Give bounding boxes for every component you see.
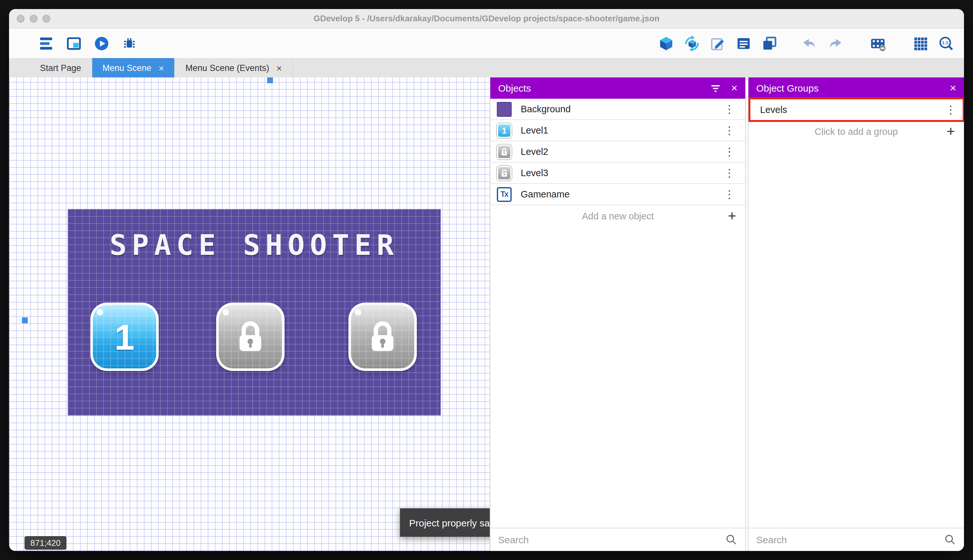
lock-object-icon	[497, 144, 511, 159]
filter-icon[interactable]	[709, 82, 722, 95]
save-toast: Project properly saved	[400, 508, 490, 537]
object-name: Level3	[521, 168, 711, 178]
group-name: Levels	[760, 105, 941, 115]
scene-level3-button-object[interactable]	[348, 303, 417, 371]
groups-search-input[interactable]	[756, 534, 939, 545]
maximize-window-icon[interactable]	[43, 15, 50, 22]
close-tab-icon[interactable]: ×	[276, 63, 282, 73]
add-group-label: Click to add a group	[815, 127, 898, 137]
minimize-window-icon[interactable]	[30, 15, 37, 22]
mask-instances-icon[interactable]	[869, 35, 886, 52]
search-icon	[725, 533, 738, 546]
scene-level2-button-object[interactable]	[216, 303, 285, 371]
gdevelop-window: GDevelop 5 - /Users/dkarakay/Documents/G…	[9, 9, 964, 551]
object-name: Background	[521, 104, 711, 114]
close-panel-icon[interactable]: ×	[950, 82, 956, 95]
preview-window-icon[interactable]	[65, 35, 83, 52]
export-cube-icon[interactable]	[658, 35, 675, 52]
object-groups-panel-header: Object Groups ×	[748, 77, 964, 99]
close-panel-icon[interactable]: ×	[731, 82, 738, 95]
text-object-icon: Tx	[497, 187, 511, 202]
redo-icon[interactable]	[826, 35, 844, 52]
tab-menu-scene-events[interactable]: Menu Scene (Events) ×	[175, 58, 293, 77]
object-menu-icon[interactable]: ⋮	[720, 123, 739, 137]
tab-label: Start Page	[40, 63, 81, 73]
tab-label: Menu Scene (Events)	[185, 63, 269, 73]
project-manager-icon[interactable]	[37, 35, 55, 52]
lock-object-icon	[497, 165, 511, 180]
scene-editor-canvas[interactable]: SPACE SHOOTER 1	[9, 77, 490, 551]
scene-background-object[interactable]: SPACE SHOOTER 1	[68, 209, 441, 415]
object-name: Gamename	[521, 189, 711, 199]
sparkle-icon	[355, 309, 362, 315]
object-row-gamename[interactable]: Tx Gamename ⋮	[490, 184, 745, 205]
close-window-icon[interactable]	[17, 15, 25, 22]
object-row-level1[interactable]: 1 Level1 ⋮	[490, 120, 745, 141]
play-preview-icon[interactable]	[93, 35, 110, 52]
zoom-1-1-icon[interactable]: 1:1	[938, 35, 955, 52]
scene-handle-top[interactable]	[267, 77, 273, 83]
grid-icon[interactable]	[912, 35, 929, 52]
background-object-icon	[497, 102, 511, 117]
publish-icon[interactable]	[683, 35, 701, 52]
layers-icon[interactable]	[761, 35, 778, 52]
object-menu-icon[interactable]: ⋮	[720, 187, 739, 201]
title-bar: GDevelop 5 - /Users/dkarakay/Documents/G…	[9, 9, 964, 28]
object-menu-icon[interactable]: ⋮	[720, 166, 739, 180]
close-tab-icon[interactable]: ×	[158, 63, 164, 73]
object-menu-icon[interactable]: ⋮	[720, 102, 739, 116]
objects-panel-title: Objects	[498, 83, 700, 93]
tab-bar: Start Page Menu Scene × Menu Scene (Even…	[9, 58, 964, 77]
object-name: Level1	[521, 125, 711, 135]
objects-search-input[interactable]	[498, 534, 720, 545]
plus-icon: +	[728, 208, 736, 225]
object-row-level3[interactable]: Level3 ⋮	[490, 163, 745, 184]
scene-handle-left[interactable]	[22, 317, 28, 323]
level1-object-icon: 1	[497, 123, 511, 138]
window-title: GDevelop 5 - /Users/dkarakay/Documents/G…	[313, 13, 660, 23]
scene-gamename-text-object[interactable]: SPACE SHOOTER	[68, 228, 441, 261]
object-groups-panel: Object Groups × Levels ⋮ Click to add a …	[748, 77, 964, 551]
instances-list-icon[interactable]	[735, 35, 752, 52]
tab-label: Menu Scene	[103, 63, 152, 73]
add-object-label: Add a new object	[582, 211, 654, 221]
edit-scene-icon[interactable]	[709, 35, 726, 52]
toast-message: Project properly saved	[409, 517, 490, 528]
add-group-button[interactable]: Click to add a group +	[748, 121, 964, 143]
sparkle-icon	[223, 309, 229, 315]
groups-search-bar	[748, 528, 964, 551]
padlock-icon	[363, 317, 403, 357]
objects-panel-header: Objects ×	[490, 77, 745, 99]
object-row-level2[interactable]: Level2 ⋮	[490, 141, 745, 163]
add-new-object-button[interactable]: Add a new object +	[490, 205, 745, 227]
object-groups-panel-title: Object Groups	[756, 83, 941, 93]
panel-divider[interactable]	[745, 77, 748, 551]
svg-text:1:1: 1:1	[942, 40, 948, 45]
object-row-background[interactable]: Background ⋮	[490, 99, 745, 120]
tab-start-page[interactable]: Start Page	[30, 58, 92, 77]
objects-search-bar	[490, 528, 745, 551]
toolbar: 1:1	[9, 28, 964, 58]
level1-number: 1	[93, 305, 156, 368]
object-name: Level2	[521, 147, 711, 157]
scene-level1-button-object[interactable]: 1	[90, 303, 159, 371]
group-menu-icon[interactable]: ⋮	[941, 103, 960, 117]
undo-icon[interactable]	[801, 35, 818, 52]
search-icon	[944, 533, 956, 546]
object-menu-icon[interactable]: ⋮	[720, 145, 739, 158]
padlock-icon	[230, 317, 270, 357]
tab-menu-scene[interactable]: Menu Scene ×	[92, 58, 175, 77]
debug-icon[interactable]	[121, 35, 138, 52]
plus-icon: +	[946, 123, 955, 140]
group-row-levels[interactable]: Levels ⋮	[748, 99, 964, 121]
objects-panel: Objects × Background ⋮ 1 Level1 ⋮	[490, 77, 745, 551]
cursor-coordinates-badge: 871;420	[25, 536, 67, 550]
